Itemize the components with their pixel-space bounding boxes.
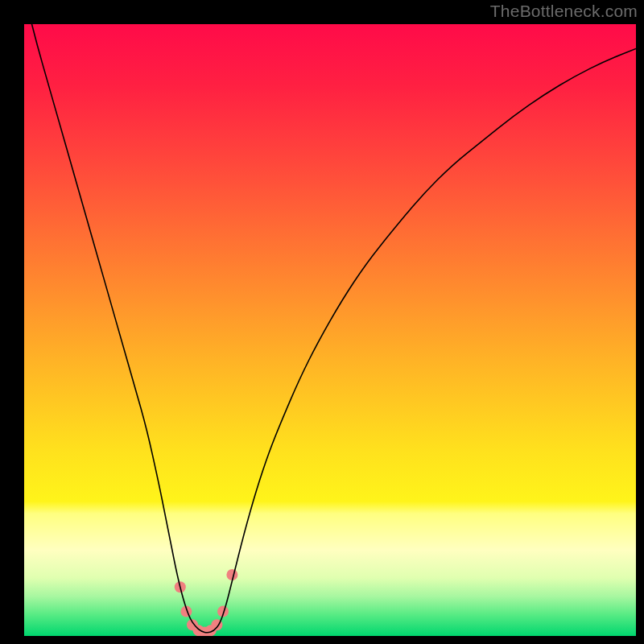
- watermark-text: TheBottleneck.com: [490, 2, 638, 21]
- chart-frame: TheBottleneck.com: [0, 0, 644, 644]
- bottleneck-chart: [0, 0, 644, 644]
- plot-background: [24, 24, 636, 636]
